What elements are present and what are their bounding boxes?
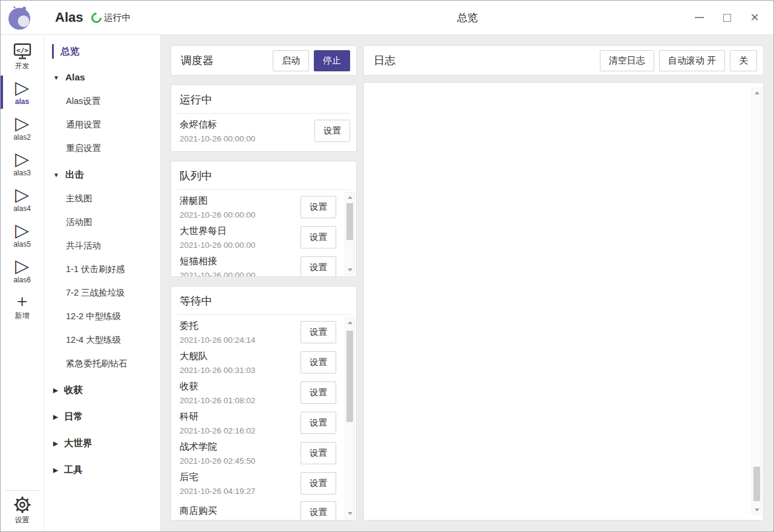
task-settings-button[interactable]: 设置 (301, 256, 336, 276)
task-next-run-time: 2021-10-26 00:24:14 (180, 336, 301, 345)
pending-title: 队列中 (171, 161, 356, 189)
task-settings-button[interactable]: 设置 (301, 442, 336, 464)
task-name: 战术学院 (180, 441, 301, 453)
pending-scrollbar[interactable] (345, 192, 355, 275)
sidebar-item-alas3[interactable]: ▷ alas3 (1, 146, 44, 181)
sidebar-item-settings[interactable]: 设置 (5, 490, 39, 531)
nav-item-12-2-leveling[interactable]: 12-2 中型练级 (44, 305, 160, 328)
sidebar-item-alas4[interactable]: ▷ alas4 (1, 181, 44, 217)
nav-item-overview[interactable]: 总览 (44, 40, 160, 63)
scrollbar-thumb[interactable] (346, 203, 353, 240)
scroll-down-icon[interactable] (345, 265, 354, 274)
task-settings-button[interactable]: 设置 (301, 226, 336, 248)
scrollbar-thumb[interactable] (346, 331, 353, 422)
nav-item-7-2-farming[interactable]: 7-2 三战捡垃圾 (44, 281, 160, 305)
scroll-up-icon[interactable] (345, 193, 354, 202)
nav-item-restart-settings[interactable]: 重启设置 (44, 137, 160, 160)
log-title: 日志 (374, 53, 595, 68)
waiting-scrollbar[interactable] (345, 317, 355, 519)
task-row: 潜艇图 2021-10-26 00:00:00 设置 (180, 191, 342, 221)
alas-logo-icon (7, 4, 33, 31)
app-window: Alas 运行中 总览 ✕ </> 开发 ▷ (0, 0, 774, 532)
app-title: Alas (55, 10, 83, 25)
nav-group-campaign[interactable]: ▼ 出击 (44, 163, 160, 187)
task-settings-button[interactable]: 设置 (301, 501, 336, 520)
scroll-up-icon[interactable] (345, 318, 354, 327)
task-name: 后宅 (180, 471, 301, 484)
scheduler-stop-button[interactable]: 停止 (314, 50, 350, 71)
task-name: 收获 (180, 380, 301, 393)
task-next-run-time: 2021-10-26 02:45:50 (180, 456, 301, 465)
scroll-down-icon[interactable] (752, 505, 761, 514)
task-settings-button[interactable]: 设置 (301, 321, 336, 343)
instance-sidebar: </> 开发 ▷ alas ▷ alas2 ▷ alas3 ▷ alas4 (1, 35, 44, 531)
triangle-down-icon: ▼ (53, 172, 59, 178)
nav-group-reward[interactable]: ▶ 收获 (44, 378, 160, 402)
task-next-run-time: 2021-10-26 04:19:27 (180, 487, 301, 496)
nav-item-12-4-leveling[interactable]: 12-4 大型练级 (44, 328, 160, 352)
task-settings-button[interactable]: 设置 (314, 120, 350, 142)
task-row: 委托 2021-10-26 00:24:14 设置 (180, 316, 342, 346)
nav-item-1-1-affection[interactable]: 1-1 伏击刷好感 (44, 258, 160, 281)
sidebar-item-alas5[interactable]: ▷ alas5 (1, 217, 44, 253)
scheduler-column: 调度器 启动 停止 运行中 余烬信标 2021-10-26 00:00:00 (171, 45, 357, 521)
maximize-button[interactable] (717, 8, 737, 27)
scheduler-title: 调度器 (181, 53, 268, 68)
task-name: 余烬信标 (180, 118, 314, 131)
running-spinner-icon (89, 10, 104, 25)
nav-group-alas[interactable]: ▼ Alas (44, 65, 160, 89)
task-next-run-time: 2021-10-26 00:00:00 (180, 271, 301, 276)
nav-group-opsi[interactable]: ▶ 大世界 (44, 431, 160, 455)
nav-item-alas-settings[interactable]: Alas设置 (44, 89, 160, 113)
scroll-down-icon[interactable] (345, 509, 354, 518)
nav-item-general-settings[interactable]: 通用设置 (44, 113, 160, 137)
autoscroll-on-button[interactable]: 自动滚动 开 (659, 50, 725, 71)
nav-group-daily[interactable]: ▶ 日常 (44, 404, 160, 429)
task-row: 商店购买 设置 (180, 498, 342, 520)
task-settings-button[interactable]: 设置 (301, 412, 336, 434)
close-icon: ✕ (750, 12, 759, 23)
task-settings-button[interactable]: 设置 (301, 196, 336, 218)
log-output (370, 86, 749, 516)
play-icon: ▷ (15, 257, 29, 275)
task-next-run-time: 2021-10-26 00:00:00 (180, 241, 301, 250)
sidebar-item-alas[interactable]: ▷ alas (1, 74, 44, 110)
scheduler-header-card: 调度器 启动 停止 (171, 45, 357, 76)
task-name: 商店购买 (180, 505, 301, 517)
add-instance-button[interactable]: ＋ 新增 (1, 288, 44, 324)
task-name: 委托 (180, 320, 301, 332)
status-label: 运行中 (103, 12, 131, 24)
task-row: 科研 2021-10-26 02:16:02 设置 (180, 407, 342, 437)
svg-text:</>: </> (16, 46, 28, 54)
scrollbar-thumb[interactable] (753, 467, 760, 501)
main-content: 调度器 启动 停止 运行中 余烬信标 2021-10-26 00:00:00 (161, 35, 773, 531)
task-next-run-time: 2021-10-26 00:00:00 (180, 134, 314, 143)
task-next-run-time: 2021-10-26 02:16:02 (180, 426, 301, 435)
task-settings-button[interactable]: 设置 (301, 381, 336, 404)
nav-item-gems-farming[interactable]: 紧急委托刷钻石 (44, 352, 160, 375)
minimize-button[interactable] (689, 8, 709, 27)
sidebar-item-alas6[interactable]: ▷ alas6 (1, 253, 44, 288)
sidebar-item-dev[interactable]: </> 开发 (1, 39, 44, 74)
triangle-right-icon: ▶ (53, 467, 58, 473)
play-icon: ▷ (15, 186, 29, 204)
nav-item-main-campaign[interactable]: 主线图 (44, 187, 160, 210)
play-icon: ▷ (15, 221, 29, 239)
nav-item-event-campaign[interactable]: 活动图 (44, 210, 160, 234)
task-settings-button[interactable]: 设置 (301, 351, 336, 374)
scroll-up-icon[interactable] (752, 88, 761, 97)
autoscroll-off-button[interactable]: 关 (730, 50, 757, 71)
clear-log-button[interactable]: 清空日志 (600, 50, 654, 71)
task-settings-button[interactable]: 设置 (301, 472, 336, 495)
waiting-task-list: 委托 2021-10-26 00:24:14 设置 大舰队 2021-10-26… (180, 316, 342, 520)
sidebar-item-alas2[interactable]: ▷ alas2 (1, 110, 44, 146)
scheduler-start-button[interactable]: 启动 (273, 50, 309, 71)
scheduler-status: 运行中 (91, 12, 131, 24)
nav-group-tools[interactable]: ▶ 工具 (44, 458, 160, 482)
nav-item-coalition[interactable]: 共斗活动 (44, 234, 160, 258)
task-name: 潜艇图 (180, 195, 301, 207)
pending-task-list: 潜艇图 2021-10-26 00:00:00 设置 大世界每日 2021-10… (180, 191, 342, 276)
log-scrollbar[interactable] (752, 88, 762, 515)
close-button[interactable]: ✕ (744, 8, 765, 27)
pending-card: 队列中 潜艇图 2021-10-26 00:00:00 设置 (171, 161, 357, 277)
